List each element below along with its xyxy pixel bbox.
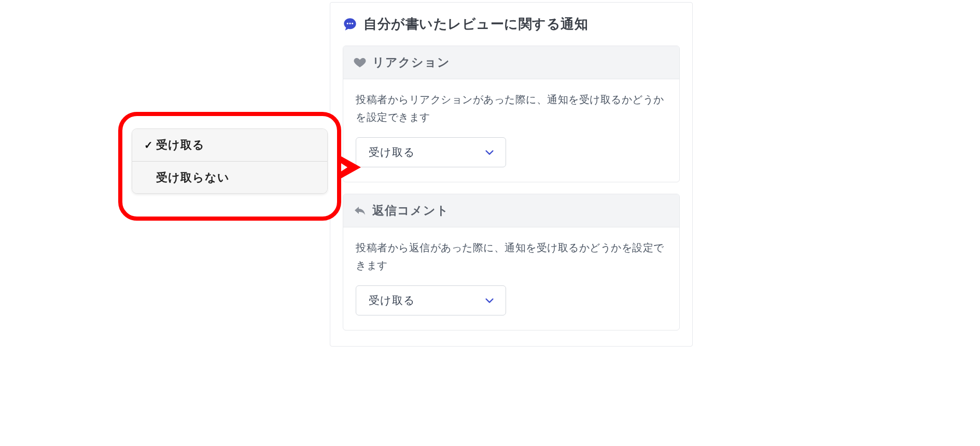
select-dropdown: ✓ 受け取る 受け取らない xyxy=(132,128,328,194)
reaction-select-value: 受け取る xyxy=(369,145,415,160)
panel-title: 自分が書いたレビューに関する通知 xyxy=(363,15,588,33)
reply-select[interactable]: 受け取る xyxy=(356,285,506,315)
dropdown-option-label: 受け取らない xyxy=(156,170,319,185)
panel-header: 自分が書いたレビューに関する通知 xyxy=(343,15,680,33)
reply-card-body: 投稿者から返信があった際に、通知を受け取るかどうかを設定できます 受け取る xyxy=(343,227,679,330)
dropdown-option-not-receive[interactable]: 受け取らない xyxy=(132,161,327,193)
chevron-down-icon xyxy=(484,295,495,306)
reply-card-header: 返信コメント xyxy=(343,194,679,227)
reply-card-title: 返信コメント xyxy=(372,203,449,219)
chevron-down-icon xyxy=(484,147,495,158)
reaction-description: 投稿者からリアクションがあった際に、通知を受け取るかどうかを設定できます xyxy=(356,91,667,126)
reply-select-value: 受け取る xyxy=(369,293,415,308)
reaction-card-title: リアクション xyxy=(372,54,450,70)
check-icon: ✓ xyxy=(142,139,156,151)
reaction-card-body: 投稿者からリアクションがあった際に、通知を受け取るかどうかを設定できます 受け取… xyxy=(343,79,679,182)
reaction-card: リアクション 投稿者からリアクションがあった際に、通知を受け取るかどうかを設定で… xyxy=(343,46,680,182)
dropdown-option-label: 受け取る xyxy=(156,137,319,153)
comment-dots-icon xyxy=(343,17,357,32)
reaction-select[interactable]: 受け取る xyxy=(356,137,506,167)
heart-icon xyxy=(354,56,366,69)
dropdown-callout: ✓ 受け取る 受け取らない xyxy=(118,112,341,221)
reply-description: 投稿者から返信があった際に、通知を受け取るかどうかを設定できます xyxy=(356,239,667,274)
reply-icon xyxy=(354,205,366,217)
dropdown-option-receive[interactable]: ✓ 受け取る xyxy=(132,129,327,161)
notification-settings-panel: 自分が書いたレビューに関する通知 リアクション 投稿者からリアクションがあった際… xyxy=(330,2,693,347)
reaction-card-header: リアクション xyxy=(343,46,679,79)
reply-card: 返信コメント 投稿者から返信があった際に、通知を受け取るかどうかを設定できます … xyxy=(343,194,680,330)
